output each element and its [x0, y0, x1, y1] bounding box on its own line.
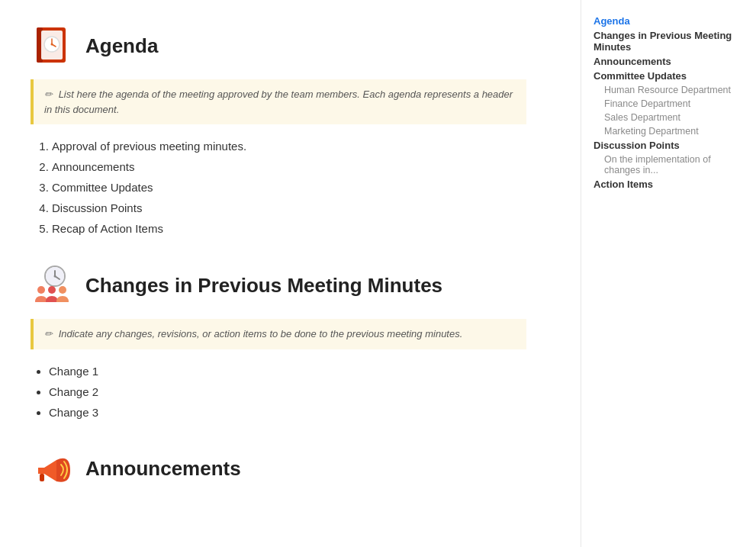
agenda-icon	[31, 23, 76, 69]
pencil-icon-2: ✏	[44, 328, 53, 339]
agenda-header: Agenda	[31, 23, 526, 69]
list-item: Discussion Points	[52, 201, 526, 214]
changes-icon	[31, 262, 76, 308]
svg-point-11	[54, 275, 56, 278]
announcements-header: Announcements	[31, 446, 526, 492]
svg-rect-16	[40, 474, 44, 481]
changes-title: Changes in Previous Meeting Minutes	[85, 274, 442, 298]
announcements-icon	[31, 446, 76, 492]
svg-point-13	[48, 286, 56, 294]
changes-list: Change 1 Change 2 Change 3	[31, 365, 526, 419]
list-item: Recap of Action Items	[52, 222, 526, 235]
changes-header: Changes in Previous Meeting Minutes	[31, 262, 526, 308]
sidebar-item-committee[interactable]: Committee Updates	[594, 70, 744, 82]
list-item: Change 2	[49, 385, 526, 398]
svg-point-12	[37, 286, 45, 294]
list-item: Change 1	[49, 365, 526, 378]
sidebar-item-finance[interactable]: Finance Department	[594, 98, 744, 109]
svg-point-14	[59, 286, 66, 294]
sidebar-item-announcements[interactable]: Announcements	[594, 56, 744, 67]
sidebar-item-discussion[interactable]: Discussion Points	[594, 140, 744, 151]
sidebar-item-agenda[interactable]: Agenda	[594, 15, 744, 27]
changes-info-text: Indicate any changes, revisions, or acti…	[59, 328, 463, 339]
sidebar-item-implementation[interactable]: On the implementation of changes in...	[594, 154, 744, 175]
sidebar-item-action[interactable]: Action Items	[594, 179, 744, 190]
sidebar-item-changes[interactable]: Changes in Previous Meeting Minutes	[594, 30, 744, 53]
agenda-section: Agenda ✏ List here the agenda of the mee…	[31, 23, 526, 235]
changes-info-box: ✏ Indicate any changes, revisions, or ac…	[31, 319, 526, 349]
sidebar-item-marketing[interactable]: Marketing Department	[594, 126, 744, 137]
list-item: Announcements	[52, 160, 526, 173]
list-item: Approval of previous meeting minutes.	[52, 140, 526, 153]
agenda-list: Approval of previous meeting minutes. An…	[31, 140, 526, 235]
list-item: Change 3	[49, 406, 526, 419]
sidebar: Agenda Changes in Previous Meeting Minut…	[581, 0, 756, 547]
sidebar-item-sales[interactable]: Sales Department	[594, 112, 744, 123]
list-item: Committee Updates	[52, 181, 526, 194]
announcements-title: Announcements	[85, 457, 241, 481]
pencil-icon: ✏	[44, 88, 53, 100]
announcements-section: Announcements	[31, 446, 526, 492]
sidebar-item-hr[interactable]: Human Resource Department	[594, 85, 744, 95]
main-content: Agenda ✏ List here the agenda of the mee…	[0, 0, 557, 547]
agenda-info-box: ✏ List here the agenda of the meeting ap…	[31, 79, 526, 124]
svg-point-6	[51, 43, 53, 46]
changes-section: Changes in Previous Meeting Minutes ✏ In…	[31, 262, 526, 419]
agenda-title: Agenda	[85, 34, 158, 58]
agenda-info-text: List here the agenda of the meeting appr…	[44, 88, 513, 115]
